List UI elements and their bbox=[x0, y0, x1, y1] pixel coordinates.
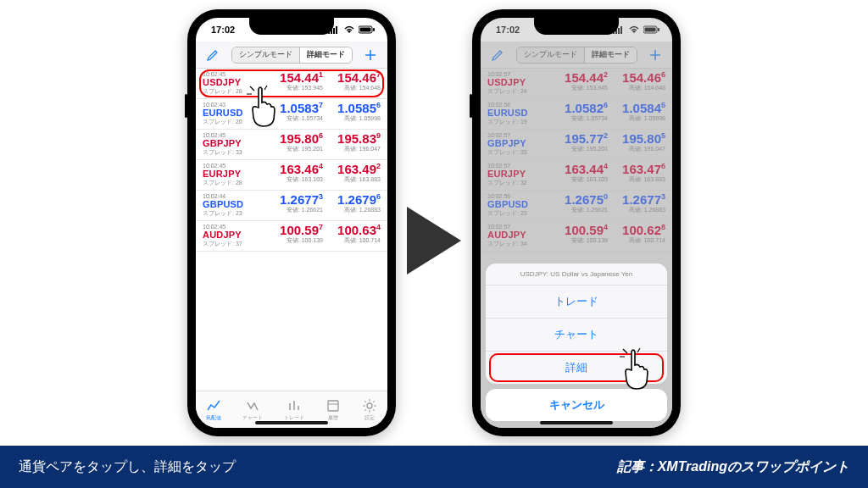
sheet-option-chart[interactable]: チャート bbox=[486, 319, 667, 352]
notch bbox=[249, 18, 334, 35]
quote-bid: 100.597安値: 100.139 bbox=[269, 224, 323, 248]
quote-spread: スプレッド: 28 bbox=[203, 179, 265, 187]
arrow-icon bbox=[407, 207, 461, 274]
home-indicator[interactable] bbox=[255, 421, 328, 424]
quote-spread: スプレッド: 20 bbox=[203, 118, 265, 126]
sheet-option-trade[interactable]: トレード bbox=[486, 286, 667, 319]
wifi-icon bbox=[343, 25, 355, 34]
quote-spread: スプレッド: 28 bbox=[203, 87, 265, 96]
tab-chart[interactable]: チャート bbox=[242, 398, 263, 422]
quote-spread: スプレッド: 37 bbox=[203, 240, 265, 248]
quote-time: 10:02:45 bbox=[203, 132, 265, 138]
quote-row[interactable]: 10:02:45AUDJPYスプレッド: 37100.597安値: 100.13… bbox=[196, 221, 387, 252]
quote-spread: スプレッド: 33 bbox=[203, 148, 265, 157]
quote-ask: 195.839高値: 196.047 bbox=[326, 132, 381, 157]
quote-spread: スプレッド: 23 bbox=[203, 209, 265, 218]
clock: 17:02 bbox=[211, 25, 235, 35]
footer-right-text: 記事：XMTradingのスワップポイント bbox=[617, 458, 849, 476]
quote-ask: 100.634高値: 100.714 bbox=[326, 224, 381, 248]
header-bar: シンプルモード 詳細モード bbox=[196, 42, 387, 69]
battery-icon bbox=[359, 25, 376, 34]
quote-row[interactable]: 10:02:45EURJPYスプレッド: 28163.464安値: 163.10… bbox=[196, 160, 387, 191]
quote-time: 10:02:44 bbox=[203, 193, 265, 199]
quote-ask: 1.05856高値: 1.05998 bbox=[326, 102, 381, 126]
footer-banner: 通貨ペアをタップし、詳細をタップ 記事：XMTradingのスワップポイント bbox=[0, 446, 868, 488]
sheet-cancel[interactable]: キャンセル bbox=[486, 389, 667, 421]
edit-icon[interactable] bbox=[203, 45, 223, 65]
quote-row[interactable]: 10:02:43EURUSDスプレッド: 201.05837安値: 1.0573… bbox=[196, 99, 387, 130]
quote-time: 10:02:45 bbox=[203, 163, 265, 169]
quote-row[interactable]: 10:02:45GBPJPYスプレッド: 33195.806安値: 195.20… bbox=[196, 130, 387, 160]
quote-time: 10:02:45 bbox=[203, 71, 265, 77]
quote-bid: 1.05837安値: 1.05734 bbox=[269, 102, 323, 126]
quote-row[interactable]: 10:02:44GBPUSDスプレッド: 231.26773安値: 1.2662… bbox=[196, 191, 387, 221]
tab-trade[interactable]: トレード bbox=[284, 398, 304, 422]
svg-rect-5 bbox=[373, 28, 375, 31]
quote-symbol: GBPUSD bbox=[203, 199, 265, 209]
svg-rect-3 bbox=[336, 26, 337, 34]
quotes-list[interactable]: 10:02:45USDJPYスプレッド: 28154.441安値: 153.94… bbox=[196, 69, 387, 391]
quote-ask: 154.467高値: 154.648 bbox=[326, 71, 381, 96]
quote-bid: 195.806安値: 195.201 bbox=[269, 132, 323, 157]
quote-symbol: EURJPY bbox=[203, 169, 265, 179]
add-icon[interactable] bbox=[360, 45, 381, 65]
mode-segmented[interactable]: シンプルモード 詳細モード bbox=[231, 47, 353, 64]
quote-symbol: EURUSD bbox=[203, 108, 265, 118]
quote-ask: 163.492高値: 163.883 bbox=[326, 163, 381, 187]
sheet-title: USDJPY: US Dollar vs Japanese Yen bbox=[486, 263, 667, 286]
sheet-option-detail[interactable]: 詳細 bbox=[486, 352, 667, 384]
tab-settings[interactable]: 設定 bbox=[362, 398, 377, 422]
quote-bid: 1.26773安値: 1.26621 bbox=[269, 193, 323, 218]
quote-ask: 1.26796高値: 1.26883 bbox=[326, 193, 381, 218]
status-icons bbox=[328, 25, 376, 34]
svg-rect-6 bbox=[360, 28, 371, 32]
quote-time: 10:02:43 bbox=[203, 102, 265, 108]
tab-quotes[interactable]: 気配値 bbox=[206, 398, 221, 422]
segment-detail[interactable]: 詳細モード bbox=[300, 47, 352, 63]
quote-row[interactable]: 10:02:45USDJPYスプレッド: 28154.441安値: 153.94… bbox=[196, 69, 387, 99]
phone-left: 17:02 シンプルモード 詳細モード 10:02: bbox=[187, 9, 396, 436]
action-sheet-overlay[interactable]: USDJPY: US Dollar vs Japanese Yen トレード チ… bbox=[481, 18, 672, 428]
action-sheet: USDJPY: US Dollar vs Japanese Yen トレード チ… bbox=[486, 263, 667, 384]
quote-time: 10:02:45 bbox=[203, 224, 265, 230]
quote-symbol: USDJPY bbox=[203, 77, 265, 87]
svg-rect-7 bbox=[328, 401, 338, 411]
quote-symbol: AUDJPY bbox=[203, 230, 265, 240]
svg-rect-2 bbox=[333, 28, 335, 34]
svg-point-8 bbox=[367, 403, 372, 408]
segment-simple[interactable]: シンプルモード bbox=[232, 47, 300, 63]
phone-right: 17:02 シンプルモード 詳細モード 10:02:57USDJPYスプレッド:… bbox=[472, 9, 681, 436]
quote-symbol: GBPJPY bbox=[203, 138, 265, 148]
quote-bid: 163.464安値: 163.103 bbox=[269, 163, 323, 187]
footer-left-text: 通貨ペアをタップし、詳細をタップ bbox=[19, 458, 236, 476]
quote-bid: 154.441安値: 153.945 bbox=[269, 71, 323, 96]
tab-history[interactable]: 履歴 bbox=[326, 398, 341, 422]
